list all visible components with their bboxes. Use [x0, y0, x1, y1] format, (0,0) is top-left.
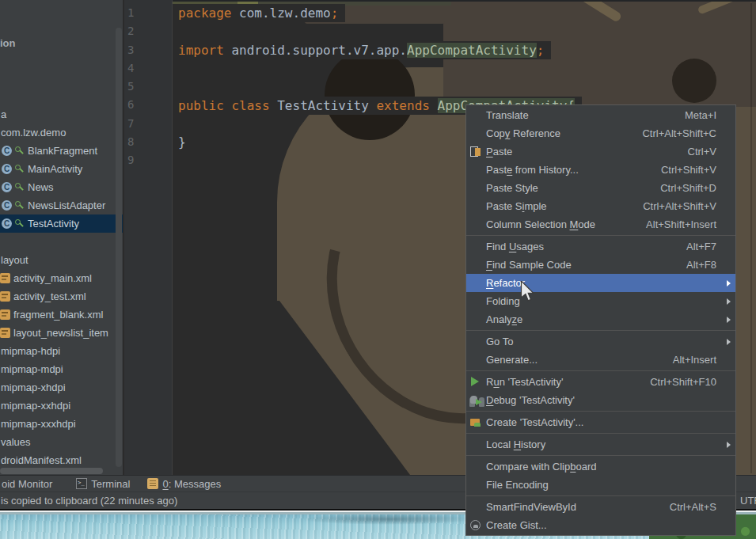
- blank-icon: [469, 259, 483, 271]
- tree-item-layout-newslist-item[interactable]: layout_newslist_item: [0, 324, 123, 342]
- tree-item-mipmap-hdpi[interactable]: mipmap-hdpi: [0, 342, 123, 360]
- menu-item-label: Paste Style: [486, 182, 538, 194]
- project-tree-panel[interactable]: ionacom.lzw.demoCBlankFragmentCMainActiv…: [0, 0, 123, 475]
- blank-icon: [469, 109, 483, 121]
- menu-item-find-sample-code[interactable]: Find Sample CodeAlt+F8: [466, 256, 735, 274]
- menu-item-go-to[interactable]: Go To: [466, 332, 735, 351]
- tree-item-label: values: [1, 436, 31, 448]
- menu-item-smartfindviewbyid[interactable]: SmartFindViewByIdCtrl+Alt+S: [466, 498, 735, 516]
- tree-item-activity-test-xml[interactable]: activity_test.xml: [0, 287, 123, 306]
- code-line: }: [173, 133, 193, 151]
- tree-item-activity-main-xml[interactable]: activity_main.xml: [0, 269, 123, 287]
- menu-separator: [466, 370, 735, 371]
- menu-shortcut: Alt+F8: [686, 259, 724, 271]
- encoding-indicator[interactable]: UTF: [740, 495, 756, 507]
- menu-item-column-selection-mode[interactable]: Column Selection ModeAlt+Shift+Insert: [466, 215, 735, 233]
- line-number: 9: [124, 151, 172, 169]
- tree-item-newslistadapter[interactable]: CNewsListAdapter: [0, 196, 123, 214]
- tree-item-a[interactable]: a: [0, 105, 123, 123]
- menu-item-create-testactivity[interactable]: Create 'TestActivity'...: [466, 413, 735, 431]
- tree-item-label: layout_newslist_item: [13, 327, 108, 339]
- menu-item-translate[interactable]: TranslateMeta+I: [466, 106, 735, 124]
- menu-item-folding[interactable]: Folding: [466, 292, 735, 310]
- menu-item-paste-from-history[interactable]: Paste from History...Ctrl+Shift+V: [466, 161, 735, 179]
- line-number: 7: [124, 115, 172, 133]
- tree-item-testactivity[interactable]: CTestActivity: [0, 214, 123, 233]
- xml-file-icon: [0, 291, 10, 302]
- tree-item-values[interactable]: values: [0, 433, 123, 451]
- class-icon: C: [2, 146, 12, 156]
- tree-item-mipmap-xxxhdpi[interactable]: mipmap-xxxhdpi: [0, 415, 123, 433]
- tree-item-mainactivity[interactable]: CMainActivity: [0, 160, 123, 178]
- water-shadow: [301, 514, 475, 525]
- menu-item-run-testactivity[interactable]: Run 'TestActivity'Ctrl+Shift+F10: [466, 373, 735, 391]
- menu-item-compare-with-clipboard[interactable]: Compare with Clipboard: [466, 457, 735, 476]
- line-number: 2: [124, 22, 172, 40]
- line-number: 1: [124, 4, 172, 22]
- key-icon: [14, 200, 25, 211]
- tree-item-label: ion: [0, 37, 16, 49]
- tab-android-monitor[interactable]: oid Monitor: [2, 476, 52, 492]
- menu-item-paste-style[interactable]: Paste StyleCtrl+Shift+D: [466, 179, 735, 197]
- terminal-label: Terminal: [91, 478, 130, 490]
- tab-messages[interactable]: 0: Messages: [147, 476, 221, 492]
- tree-item-news[interactable]: CNews: [0, 178, 123, 196]
- menu-shortcut: Ctrl+V: [688, 146, 724, 158]
- menu-item-refactor[interactable]: Refactor: [466, 274, 735, 292]
- menu-item-copy-reference[interactable]: Copy ReferenceCtrl+Alt+Shift+C: [466, 124, 735, 142]
- tree-item-layout[interactable]: layout: [0, 251, 123, 269]
- tree-vertical-scrollbar[interactable]: [116, 28, 122, 467]
- menu-item-label: Find Sample Code: [486, 259, 572, 271]
- line-number: 3: [124, 41, 172, 59]
- menu-item-label: Paste: [486, 146, 512, 158]
- blank-icon: [469, 295, 483, 307]
- menu-separator: [466, 235, 735, 236]
- menu-separator: [466, 433, 735, 434]
- menu-item-analyze[interactable]: Analyze: [466, 310, 735, 328]
- blank-icon: [469, 438, 483, 450]
- menu-separator: [466, 330, 735, 331]
- blank-icon: [469, 336, 483, 347]
- menu-shortcut: Alt+Insert: [673, 354, 724, 366]
- key-icon: [14, 146, 25, 156]
- blank-icon: [469, 127, 483, 139]
- tree-item-label: fragment_blank.xml: [13, 309, 103, 321]
- class-icon: C: [2, 218, 12, 229]
- tree-item-label: BlankFragment: [28, 145, 97, 157]
- tree-item-com-lzw-demo[interactable]: com.lzw.demo: [0, 123, 123, 142]
- tree-item-fragment-blank-xml[interactable]: fragment_blank.xml: [0, 306, 123, 324]
- screen: ionacom.lzw.demoCBlankFragmentCMainActiv…: [0, 0, 756, 539]
- tree-item-mipmap-xhdpi[interactable]: mipmap-xhdpi: [0, 378, 123, 397]
- key-icon: [14, 182, 25, 192]
- line-number: 4: [124, 59, 172, 78]
- blank-icon: [469, 218, 483, 230]
- menu-item-paste-simple[interactable]: Paste SimpleCtrl+Alt+Shift+V: [466, 197, 735, 215]
- code-line: import android.support.v7.app.AppCompatA…: [173, 41, 551, 59]
- tree-item-droidmanifest-xml[interactable]: droidManifest.xml: [0, 451, 123, 469]
- line-numbers: 123456789: [124, 4, 172, 170]
- menu-item-create-gist[interactable]: Create Gist...: [466, 516, 735, 534]
- tree-item-mipmap-mdpi[interactable]: mipmap-mdpi: [0, 360, 123, 378]
- tree-item-label: a: [1, 108, 6, 120]
- class-icon: C: [2, 164, 12, 174]
- tree-item-mipmap-xxhdpi[interactable]: mipmap-xxhdpi: [0, 397, 123, 415]
- menu-item-file-encoding[interactable]: File Encoding: [466, 476, 735, 494]
- menu-item-find-usages[interactable]: Find UsagesAlt+F7: [466, 237, 735, 256]
- menu-item-label: Translate: [486, 109, 529, 121]
- menu-item-debug-testactivity[interactable]: Debug 'TestActivity': [466, 391, 735, 409]
- context-menu: TranslateMeta+ICopy ReferenceCtrl+Alt+Sh…: [465, 104, 736, 536]
- blank-icon: [469, 501, 483, 513]
- tree-item-blankfragment[interactable]: CBlankFragment: [0, 142, 123, 160]
- blank-icon: [469, 200, 483, 212]
- code-line: package com.lzw.demo;: [173, 4, 345, 22]
- create-icon: [469, 416, 483, 428]
- menu-item-paste[interactable]: PasteCtrl+V: [466, 142, 735, 161]
- tree-horizontal-scrollbar[interactable]: [0, 468, 103, 474]
- terminal-icon: [76, 478, 87, 489]
- tree-item-ion[interactable]: ion: [0, 34, 123, 52]
- menu-item-generate[interactable]: Generate...Alt+Insert: [466, 351, 735, 369]
- menu-shortcut: Meta+I: [685, 109, 724, 121]
- tab-terminal[interactable]: Terminal: [76, 476, 130, 492]
- menu-item-local-history[interactable]: Local History: [466, 435, 735, 454]
- messages-label: 0: Messages: [162, 478, 221, 490]
